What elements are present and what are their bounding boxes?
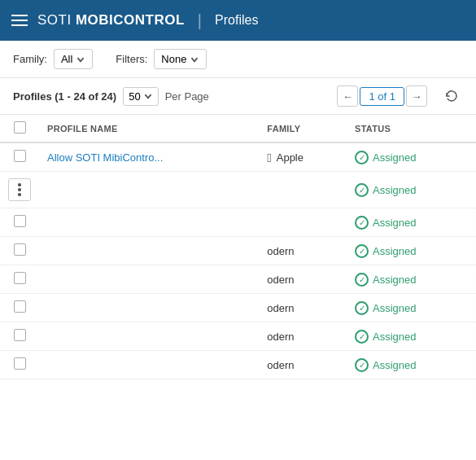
status-check-icon: ✓: [355, 151, 369, 164]
table-row: odern ✓Assigned: [0, 351, 476, 379]
status-label: Assigned: [373, 331, 416, 343]
context-menu-button[interactable]: [8, 178, 31, 201]
prev-page-button[interactable]: ←: [337, 85, 358, 107]
status-label: Assigned: [373, 274, 416, 286]
status-label: Assigned: [373, 184, 416, 196]
family-name: odern: [267, 331, 294, 343]
header-divider: |: [198, 11, 202, 30]
logo-bold: MOBICONTROL: [76, 12, 185, 28]
col-family: FAMILY: [259, 115, 347, 142]
table-row: odern ✓Assigned: [0, 265, 476, 294]
per-page-label: Per Page: [165, 90, 209, 103]
app-logo: SOTI MOBICONTROL: [37, 12, 185, 28]
filters-label: Filters:: [116, 53, 147, 65]
table-row: odern ✓Assigned: [0, 322, 476, 351]
toolbar: Family: All Filters: None: [0, 41, 476, 78]
row-checkbox[interactable]: [14, 150, 26, 162]
row-checkbox[interactable]: [14, 329, 26, 341]
profile-name-link[interactable]: Allow SOTI MibiContro...: [47, 151, 163, 164]
status-label: Assigned: [373, 245, 416, 257]
page-size-select[interactable]: 50: [123, 87, 158, 106]
table-row: Allow SOTI MibiContro...  Apple ✓ Assig…: [0, 142, 476, 172]
family-name: odern: [267, 302, 294, 314]
row-checkbox[interactable]: [14, 272, 26, 284]
pagination-info: Profiles (1 - 24 of 24): [13, 90, 116, 103]
status-cell: ✓ Assigned: [355, 183, 468, 197]
family-cell:  Apple: [267, 151, 338, 164]
col-profile-name: PROFILE NAME: [39, 115, 259, 142]
table-row: odern ✓Assigned: [0, 237, 476, 265]
filters-select[interactable]: None: [154, 49, 207, 69]
family-name: odern: [267, 274, 294, 286]
family-name: Apple: [277, 151, 304, 164]
header: SOTI MOBICONTROL | Profiles: [0, 0, 476, 41]
status-label: Assigned: [373, 359, 416, 371]
status-label: Assigned: [373, 302, 416, 314]
status-label: Assigned: [373, 151, 416, 164]
status-check-icon: ✓: [355, 216, 369, 230]
status-check-icon: ✓: [355, 301, 369, 315]
table-wrapper: PROFILE NAME FAMILY STATUS Allow SOTI Mi…: [0, 115, 476, 379]
family-name: odern: [267, 245, 294, 257]
family-name: odern: [267, 359, 294, 371]
table-row: odern ✓Assigned: [0, 294, 476, 322]
apple-icon: : [267, 151, 271, 164]
row-checkbox[interactable]: [14, 300, 26, 313]
menu-icon[interactable]: [11, 15, 28, 26]
status-check-icon: ✓: [355, 183, 369, 197]
table-row: ✓ Assigned PROFILE ACTIONS i: [0, 172, 476, 208]
page-title: Profiles: [215, 13, 258, 28]
logo-text: SOTI: [37, 12, 72, 28]
status-cell: ✓ Assigned: [355, 151, 468, 164]
family-select[interactable]: All: [54, 49, 93, 69]
row-checkbox[interactable]: [14, 243, 26, 256]
next-page-button[interactable]: →: [406, 85, 427, 107]
status-check-icon: ✓: [355, 273, 369, 287]
status-check-icon: ✓: [355, 358, 369, 372]
family-label: Family:: [13, 53, 47, 65]
select-all-checkbox[interactable]: [14, 121, 26, 134]
pagination-bar: Profiles (1 - 24 of 24) 50 Per Page ← 1 …: [0, 78, 476, 115]
row-checkbox[interactable]: [14, 215, 26, 227]
page-indicator: 1 of 1: [360, 87, 404, 106]
status-check-icon: ✓: [355, 244, 369, 258]
status-check-icon: ✓: [355, 330, 369, 344]
refresh-button[interactable]: [440, 85, 463, 107]
col-status: STATUS: [347, 115, 476, 142]
page-nav: ← 1 of 1 →: [337, 85, 427, 107]
table-row: ✓Assigned: [0, 208, 476, 237]
profiles-table: PROFILE NAME FAMILY STATUS Allow SOTI Mi…: [0, 115, 476, 379]
row-checkbox[interactable]: [14, 357, 26, 370]
status-label: Assigned: [373, 217, 416, 229]
